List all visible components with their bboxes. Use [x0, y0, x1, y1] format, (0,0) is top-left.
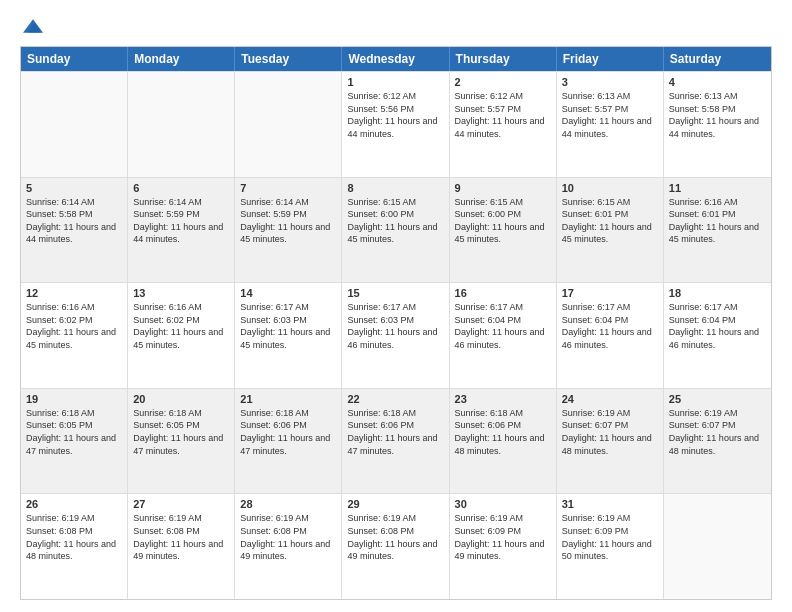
calendar-cell: 13Sunrise: 6:16 AM Sunset: 6:02 PM Dayli… — [128, 283, 235, 388]
calendar-cell: 7Sunrise: 6:14 AM Sunset: 5:59 PM Daylig… — [235, 178, 342, 283]
cell-info: Sunrise: 6:16 AM Sunset: 6:01 PM Dayligh… — [669, 196, 766, 246]
calendar-cell: 30Sunrise: 6:19 AM Sunset: 6:09 PM Dayli… — [450, 494, 557, 599]
cell-info: Sunrise: 6:19 AM Sunset: 6:07 PM Dayligh… — [562, 407, 658, 457]
cell-info: Sunrise: 6:17 AM Sunset: 6:03 PM Dayligh… — [347, 301, 443, 351]
cell-info: Sunrise: 6:15 AM Sunset: 6:01 PM Dayligh… — [562, 196, 658, 246]
day-number: 14 — [240, 287, 336, 299]
day-number: 23 — [455, 393, 551, 405]
weekday-header: Thursday — [450, 47, 557, 71]
day-number: 17 — [562, 287, 658, 299]
day-number: 5 — [26, 182, 122, 194]
calendar-row: 12Sunrise: 6:16 AM Sunset: 6:02 PM Dayli… — [21, 282, 771, 388]
calendar-cell: 16Sunrise: 6:17 AM Sunset: 6:04 PM Dayli… — [450, 283, 557, 388]
day-number: 16 — [455, 287, 551, 299]
weekday-header: Tuesday — [235, 47, 342, 71]
day-number: 19 — [26, 393, 122, 405]
calendar: SundayMondayTuesdayWednesdayThursdayFrid… — [20, 46, 772, 600]
calendar-cell: 25Sunrise: 6:19 AM Sunset: 6:07 PM Dayli… — [664, 389, 771, 494]
calendar-row: 5Sunrise: 6:14 AM Sunset: 5:58 PM Daylig… — [21, 177, 771, 283]
calendar-cell: 29Sunrise: 6:19 AM Sunset: 6:08 PM Dayli… — [342, 494, 449, 599]
calendar-cell: 17Sunrise: 6:17 AM Sunset: 6:04 PM Dayli… — [557, 283, 664, 388]
day-number: 30 — [455, 498, 551, 510]
cell-info: Sunrise: 6:18 AM Sunset: 6:05 PM Dayligh… — [26, 407, 122, 457]
weekday-header: Saturday — [664, 47, 771, 71]
calendar-cell: 31Sunrise: 6:19 AM Sunset: 6:09 PM Dayli… — [557, 494, 664, 599]
calendar-cell: 10Sunrise: 6:15 AM Sunset: 6:01 PM Dayli… — [557, 178, 664, 283]
day-number: 2 — [455, 76, 551, 88]
cell-info: Sunrise: 6:18 AM Sunset: 6:05 PM Dayligh… — [133, 407, 229, 457]
day-number: 21 — [240, 393, 336, 405]
calendar-cell: 22Sunrise: 6:18 AM Sunset: 6:06 PM Dayli… — [342, 389, 449, 494]
day-number: 24 — [562, 393, 658, 405]
day-number: 25 — [669, 393, 766, 405]
day-number: 31 — [562, 498, 658, 510]
cell-info: Sunrise: 6:19 AM Sunset: 6:08 PM Dayligh… — [26, 512, 122, 562]
day-number: 26 — [26, 498, 122, 510]
day-number: 18 — [669, 287, 766, 299]
day-number: 13 — [133, 287, 229, 299]
page: SundayMondayTuesdayWednesdayThursdayFrid… — [0, 0, 792, 612]
calendar-row: 1Sunrise: 6:12 AM Sunset: 5:56 PM Daylig… — [21, 71, 771, 177]
cell-info: Sunrise: 6:17 AM Sunset: 6:04 PM Dayligh… — [669, 301, 766, 351]
calendar-cell: 4Sunrise: 6:13 AM Sunset: 5:58 PM Daylig… — [664, 72, 771, 177]
calendar-cell: 14Sunrise: 6:17 AM Sunset: 6:03 PM Dayli… — [235, 283, 342, 388]
weekday-header: Monday — [128, 47, 235, 71]
day-number: 8 — [347, 182, 443, 194]
calendar-cell: 18Sunrise: 6:17 AM Sunset: 6:04 PM Dayli… — [664, 283, 771, 388]
calendar-cell: 9Sunrise: 6:15 AM Sunset: 6:00 PM Daylig… — [450, 178, 557, 283]
day-number: 22 — [347, 393, 443, 405]
cell-info: Sunrise: 6:14 AM Sunset: 5:58 PM Dayligh… — [26, 196, 122, 246]
calendar-cell — [128, 72, 235, 177]
cell-info: Sunrise: 6:15 AM Sunset: 6:00 PM Dayligh… — [455, 196, 551, 246]
day-number: 3 — [562, 76, 658, 88]
day-number: 10 — [562, 182, 658, 194]
cell-info: Sunrise: 6:17 AM Sunset: 6:04 PM Dayligh… — [455, 301, 551, 351]
day-number: 29 — [347, 498, 443, 510]
day-number: 11 — [669, 182, 766, 194]
cell-info: Sunrise: 6:13 AM Sunset: 5:57 PM Dayligh… — [562, 90, 658, 140]
cell-info: Sunrise: 6:19 AM Sunset: 6:07 PM Dayligh… — [669, 407, 766, 457]
calendar-header: SundayMondayTuesdayWednesdayThursdayFrid… — [21, 47, 771, 71]
logo-icon — [23, 16, 43, 36]
calendar-cell — [21, 72, 128, 177]
day-number: 4 — [669, 76, 766, 88]
cell-info: Sunrise: 6:16 AM Sunset: 6:02 PM Dayligh… — [26, 301, 122, 351]
day-number: 20 — [133, 393, 229, 405]
calendar-row: 19Sunrise: 6:18 AM Sunset: 6:05 PM Dayli… — [21, 388, 771, 494]
cell-info: Sunrise: 6:19 AM Sunset: 6:08 PM Dayligh… — [347, 512, 443, 562]
calendar-body: 1Sunrise: 6:12 AM Sunset: 5:56 PM Daylig… — [21, 71, 771, 599]
day-number: 27 — [133, 498, 229, 510]
cell-info: Sunrise: 6:18 AM Sunset: 6:06 PM Dayligh… — [347, 407, 443, 457]
logo — [20, 16, 43, 36]
calendar-cell: 5Sunrise: 6:14 AM Sunset: 5:58 PM Daylig… — [21, 178, 128, 283]
calendar-cell: 23Sunrise: 6:18 AM Sunset: 6:06 PM Dayli… — [450, 389, 557, 494]
day-number: 1 — [347, 76, 443, 88]
day-number: 28 — [240, 498, 336, 510]
weekday-header: Friday — [557, 47, 664, 71]
cell-info: Sunrise: 6:14 AM Sunset: 5:59 PM Dayligh… — [133, 196, 229, 246]
cell-info: Sunrise: 6:17 AM Sunset: 6:03 PM Dayligh… — [240, 301, 336, 351]
cell-info: Sunrise: 6:12 AM Sunset: 5:56 PM Dayligh… — [347, 90, 443, 140]
calendar-cell: 2Sunrise: 6:12 AM Sunset: 5:57 PM Daylig… — [450, 72, 557, 177]
cell-info: Sunrise: 6:17 AM Sunset: 6:04 PM Dayligh… — [562, 301, 658, 351]
calendar-cell: 8Sunrise: 6:15 AM Sunset: 6:00 PM Daylig… — [342, 178, 449, 283]
header — [20, 16, 772, 36]
calendar-cell: 1Sunrise: 6:12 AM Sunset: 5:56 PM Daylig… — [342, 72, 449, 177]
calendar-cell: 11Sunrise: 6:16 AM Sunset: 6:01 PM Dayli… — [664, 178, 771, 283]
cell-info: Sunrise: 6:18 AM Sunset: 6:06 PM Dayligh… — [455, 407, 551, 457]
calendar-cell: 26Sunrise: 6:19 AM Sunset: 6:08 PM Dayli… — [21, 494, 128, 599]
cell-info: Sunrise: 6:13 AM Sunset: 5:58 PM Dayligh… — [669, 90, 766, 140]
cell-info: Sunrise: 6:12 AM Sunset: 5:57 PM Dayligh… — [455, 90, 551, 140]
weekday-header: Sunday — [21, 47, 128, 71]
calendar-cell: 24Sunrise: 6:19 AM Sunset: 6:07 PM Dayli… — [557, 389, 664, 494]
day-number: 12 — [26, 287, 122, 299]
weekday-header: Wednesday — [342, 47, 449, 71]
cell-info: Sunrise: 6:16 AM Sunset: 6:02 PM Dayligh… — [133, 301, 229, 351]
calendar-cell: 28Sunrise: 6:19 AM Sunset: 6:08 PM Dayli… — [235, 494, 342, 599]
calendar-cell — [664, 494, 771, 599]
calendar-cell — [235, 72, 342, 177]
calendar-cell: 3Sunrise: 6:13 AM Sunset: 5:57 PM Daylig… — [557, 72, 664, 177]
calendar-cell: 27Sunrise: 6:19 AM Sunset: 6:08 PM Dayli… — [128, 494, 235, 599]
cell-info: Sunrise: 6:18 AM Sunset: 6:06 PM Dayligh… — [240, 407, 336, 457]
calendar-cell: 12Sunrise: 6:16 AM Sunset: 6:02 PM Dayli… — [21, 283, 128, 388]
